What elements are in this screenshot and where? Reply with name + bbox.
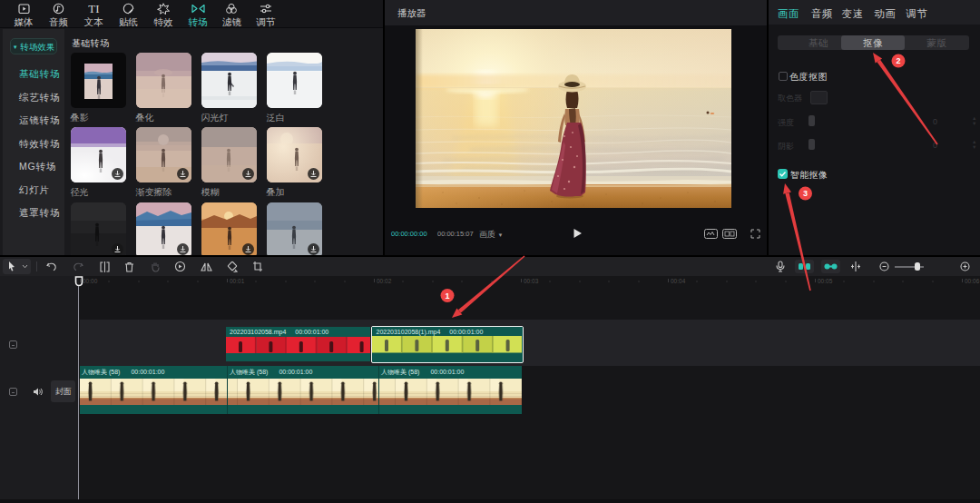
svg-text:TI: TI <box>88 3 99 15</box>
